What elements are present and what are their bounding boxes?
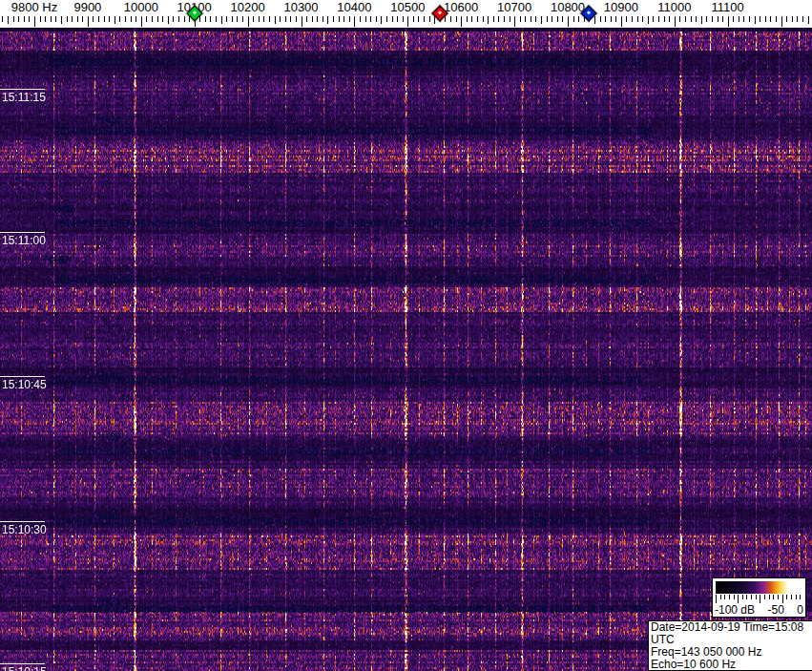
freq-tick xyxy=(562,16,563,22)
freq-tick xyxy=(317,16,318,22)
amplitude-legend: -100 dB -50 0 xyxy=(712,577,806,618)
freq-tick xyxy=(67,16,68,22)
freq-tick xyxy=(520,16,521,22)
freq-tick xyxy=(125,16,126,22)
freq-tick xyxy=(541,16,542,24)
freq-tick xyxy=(685,16,686,22)
freq-tick xyxy=(93,16,94,22)
freq-tick xyxy=(312,16,313,22)
freq-tick xyxy=(605,16,606,22)
freq-tick xyxy=(344,16,344,22)
freq-label: 10700 xyxy=(497,0,531,14)
freq-tick xyxy=(18,16,19,22)
spectrum-waterfall-window: 9800 Hz990010000101001020010300104001050… xyxy=(0,0,812,671)
event-time-marker: ^t+57 xyxy=(44,254,69,265)
freq-tick xyxy=(51,16,52,22)
frequency-axis[interactable]: 9800 Hz990010000101001020010300104001050… xyxy=(0,0,812,28)
freq-tick xyxy=(424,16,425,22)
freq-tick xyxy=(477,16,478,22)
freq-tick xyxy=(749,16,750,22)
freq-label: 10300 xyxy=(283,0,318,14)
freq-tick xyxy=(802,16,803,22)
time-label: 15:11:15 xyxy=(2,91,46,104)
freq-tick xyxy=(263,16,264,22)
event-data-text: 20140919151112276 hCnt71 nb-66 f10500 hi… xyxy=(50,56,647,68)
time-tick-line xyxy=(0,521,45,522)
freq-tick xyxy=(504,16,505,22)
freq-tick xyxy=(712,16,713,22)
event-time-marker: ^t+39 xyxy=(95,430,120,442)
freq-tick xyxy=(152,16,153,22)
freq-tick xyxy=(498,16,499,22)
freq-tick xyxy=(525,16,526,22)
freq-tick xyxy=(615,16,616,22)
legend-labels: -100 dB -50 0 xyxy=(715,603,803,617)
freq-label: 11000 xyxy=(657,0,691,14)
freq-tick xyxy=(483,16,484,22)
freq-tick xyxy=(55,16,56,22)
freq-tick xyxy=(669,16,670,22)
freq-tick xyxy=(573,16,574,22)
freq-label: 9800 Hz xyxy=(11,0,57,14)
freq-tick xyxy=(135,16,136,22)
marker-red-center-dot xyxy=(438,10,442,14)
freq-label: 10900 xyxy=(604,0,638,14)
time-tick-line xyxy=(0,376,45,377)
freq-tick xyxy=(72,16,73,22)
freq-tick xyxy=(594,16,595,24)
freq-tick xyxy=(691,16,692,22)
freq-tick xyxy=(392,16,393,22)
freq-tick xyxy=(578,16,579,22)
freq-label: 10600 xyxy=(444,0,478,14)
freq-tick xyxy=(259,16,260,22)
freq-tick xyxy=(109,16,110,22)
freq-tick xyxy=(637,16,638,22)
event-data-text: 20140919151103276 hCnt70 nb-64 f10499 hi… xyxy=(54,125,652,136)
freq-tick xyxy=(168,16,169,24)
freq-tick xyxy=(296,16,297,22)
freq-tick xyxy=(407,16,408,27)
freq-tick xyxy=(77,16,78,22)
freq-tick xyxy=(157,16,158,22)
legend-gradient-bar xyxy=(716,581,802,594)
freq-tick xyxy=(178,16,179,22)
freq-tick xyxy=(162,16,163,22)
freq-tick xyxy=(611,16,612,22)
freq-tick xyxy=(418,16,419,22)
freq-tick xyxy=(600,16,601,22)
freq-tick xyxy=(445,16,446,22)
freq-tick xyxy=(531,16,531,22)
freq-tick xyxy=(568,16,569,27)
freq-tick xyxy=(45,16,46,22)
freq-tick xyxy=(514,16,515,27)
legend-label-min: -100 dB xyxy=(715,603,755,617)
time-tick-line xyxy=(0,89,45,90)
freq-tick xyxy=(535,16,536,22)
freq-tick xyxy=(728,16,729,27)
freq-tick xyxy=(781,16,782,27)
freq-tick xyxy=(141,16,142,27)
legend-label-max: 0 xyxy=(797,603,803,617)
freq-tick xyxy=(253,16,254,22)
freq-tick xyxy=(269,16,270,22)
freq-tick xyxy=(739,16,739,22)
freq-tick xyxy=(381,16,382,24)
freq-tick xyxy=(302,16,302,27)
freq-tick xyxy=(733,16,734,22)
freq-tick xyxy=(61,16,62,24)
freq-tick xyxy=(461,16,462,27)
freq-tick xyxy=(323,16,323,22)
info-box: Date=2014-09-19 Time=15:08 UTC Freq=143 … xyxy=(648,620,812,671)
freq-tick xyxy=(226,16,227,22)
freq-tick xyxy=(339,16,340,22)
freq-tick xyxy=(429,16,430,22)
freq-tick xyxy=(706,16,707,22)
freq-tick xyxy=(275,16,276,24)
freq-tick xyxy=(104,16,105,22)
freq-tick xyxy=(467,16,468,22)
freq-tick xyxy=(653,16,654,22)
event-data-text: 20140919151039380 hCnt67 nb-68 f10499 hi… xyxy=(50,374,642,386)
time-label: 15:10:30 xyxy=(2,523,47,536)
freq-label: 10400 xyxy=(337,0,371,14)
event-time-marker: ^t+03 xyxy=(48,203,73,215)
